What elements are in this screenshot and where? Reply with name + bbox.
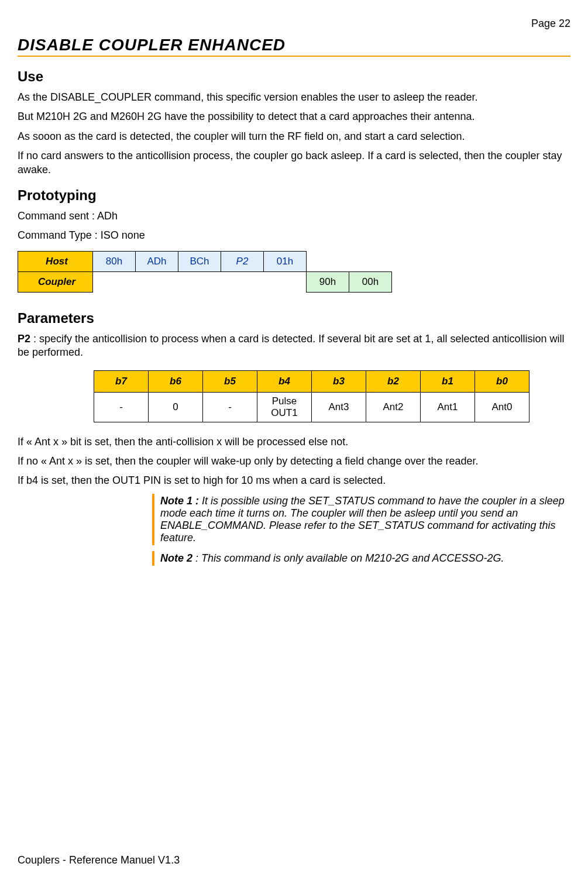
parameters-p3: If no « Ant x » is set, then the coupler… (18, 455, 570, 468)
bit-cell: Ant1 (421, 392, 475, 422)
parameters-p2: If « Ant x » bit is set, then the anti-c… (18, 435, 570, 449)
use-p4: If no card answers to the anticollision … (18, 149, 570, 177)
coupler-cell: 90h (307, 271, 349, 292)
command-sent: Command sent : ADh (18, 209, 570, 223)
parameters-p4: If b4 is set, then the OUT1 PIN is set t… (18, 474, 570, 487)
title-rule (18, 56, 570, 57)
note-2-text: : This command is only available on M210… (192, 552, 504, 564)
use-p1: As the DISABLE_COUPLER command, this spe… (18, 91, 570, 104)
note-2-label: Note 2 (160, 552, 192, 564)
empty-cell (93, 271, 136, 292)
host-cell: BCh (178, 251, 221, 271)
note-2: Note 2 : This command is only available … (152, 551, 570, 566)
bit-header: b7 (94, 370, 149, 392)
host-cell: ADh (136, 251, 178, 271)
host-cell: 01h (264, 251, 307, 271)
note-1: Note 1 : It is possible using the SET_ST… (152, 494, 570, 545)
bit-header: b4 (257, 370, 312, 392)
parameters-p1: P2 : specify the anticollision to proces… (18, 332, 570, 360)
table-row-header: b7 b6 b5 b4 b3 b2 b1 b0 (94, 370, 529, 392)
command-type: Command Type : ISO none (18, 229, 570, 242)
empty-cell (221, 271, 264, 292)
table-row-values: - 0 - Pulse OUT1 Ant3 Ant2 Ant1 Ant0 (94, 392, 529, 422)
use-p2: But M210H 2G and M260H 2G have the possi… (18, 110, 570, 123)
bit-cell: Pulse OUT1 (257, 392, 312, 422)
note-1-label: Note 1 : (160, 495, 199, 507)
coupler-cell: 00h (349, 271, 392, 292)
bit-header: b5 (203, 370, 257, 392)
bit-cell: - (203, 392, 257, 422)
prototyping-table: Host 80h ADh BCh P2 01h Coupler 90h 00h (18, 251, 392, 293)
bit-header: b0 (475, 370, 529, 392)
host-cell: P2 (221, 251, 264, 271)
page-title: DISABLE COUPLER ENHANCED (18, 36, 570, 54)
parameters-heading: Parameters (18, 310, 570, 326)
table-row-host: Host 80h ADh BCh P2 01h (18, 251, 392, 271)
empty-cell (307, 251, 349, 271)
coupler-label: Coupler (18, 271, 93, 292)
empty-cell (264, 271, 307, 292)
host-label: Host (18, 251, 93, 271)
use-heading: Use (18, 68, 570, 85)
footer: Couplers - Reference Manuel V1.3 (18, 854, 180, 866)
bit-header: b1 (421, 370, 475, 392)
bit-header: b3 (312, 370, 366, 392)
bit-header: b6 (149, 370, 203, 392)
bits-table: b7 b6 b5 b4 b3 b2 b1 b0 - 0 - Pulse OUT1… (94, 370, 529, 422)
prototyping-heading: Prototyping (18, 187, 570, 204)
p1-rest: : specify the anticollision to process w… (18, 333, 565, 358)
bit-cell: 0 (149, 392, 203, 422)
host-cell: 80h (93, 251, 136, 271)
page-number: Page 22 (18, 18, 570, 30)
bit-cell: - (94, 392, 149, 422)
bit-cell: Ant0 (475, 392, 529, 422)
bit-cell: Ant2 (366, 392, 421, 422)
bit-cell: Ant3 (312, 392, 366, 422)
table-row-coupler: Coupler 90h 00h (18, 271, 392, 292)
p2-label: P2 (18, 333, 30, 345)
empty-cell (178, 271, 221, 292)
note-1-text: It is possible using the SET_STATUS comm… (160, 495, 565, 544)
bit-header: b2 (366, 370, 421, 392)
empty-cell (349, 251, 392, 271)
use-p3: As sooon as the card is detected, the co… (18, 130, 570, 143)
empty-cell (136, 271, 178, 292)
